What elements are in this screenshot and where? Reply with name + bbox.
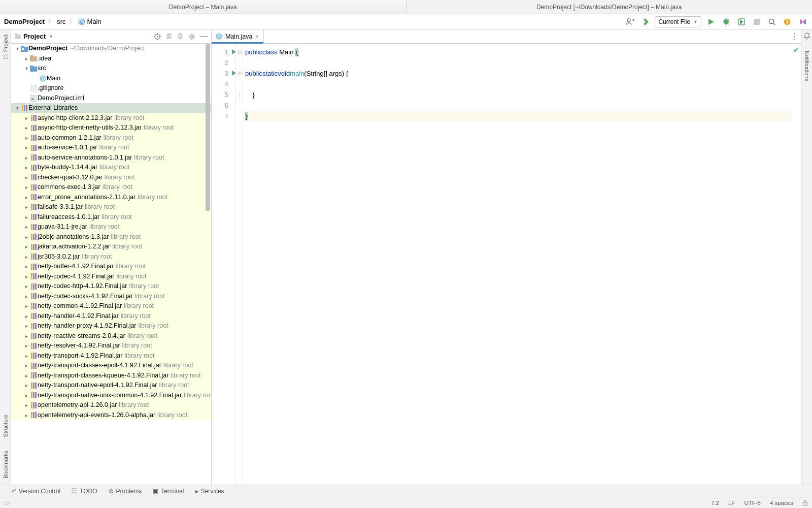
tree-row[interactable]: ▸async-http-client-2.12.3.jarlibrary roo…: [11, 113, 211, 123]
gutter-line[interactable]: 5: [212, 89, 235, 100]
notifications-bell-icon[interactable]: [803, 33, 810, 40]
editor-body[interactable]: 1 2 3 4 5 6 7 ⊟ ⊟ │ public class Main {: [212, 44, 801, 485]
tree-row[interactable]: ▸netty-transport-4.1.92.Final.jarlibrary…: [11, 351, 211, 361]
chevron-right-icon[interactable]: ▸: [23, 351, 29, 361]
breadcrumb-project[interactable]: DemoProject: [4, 18, 45, 25]
chevron-right-icon[interactable]: ▸: [23, 341, 29, 351]
chevron-right-icon[interactable]: ▸: [23, 54, 29, 64]
debug-icon[interactable]: [721, 16, 732, 27]
chevron-right-icon[interactable]: ▸: [23, 232, 29, 242]
updates-icon[interactable]: [782, 16, 793, 27]
gear-icon[interactable]: [188, 33, 195, 40]
tool-terminal[interactable]: ▣Terminal: [153, 488, 184, 495]
tree-row[interactable]: ▸commons-exec-1.3.jarlibrary root: [11, 182, 211, 193]
tree-row[interactable]: ▸netty-codec-http-4.1.92.Final.jarlibrar…: [11, 281, 211, 292]
inspection-ok-icon[interactable]: ✔: [793, 46, 799, 54]
tree-row[interactable]: ▸.idea: [11, 54, 211, 64]
chevron-right-icon[interactable]: ▸: [23, 391, 29, 400]
chevron-right-icon[interactable]: ▸: [23, 182, 29, 192]
tree-row[interactable]: ▸netty-handler-4.1.92.Final.jarlibrary r…: [11, 311, 211, 322]
scrollbar-thumb[interactable]: [206, 44, 210, 211]
editor-gutter[interactable]: 1 2 3 4 5 6 7: [212, 44, 236, 485]
tree-row[interactable]: ▸opentelemetry-api-1.26.0.jarlibrary roo…: [11, 400, 211, 410]
tree-row[interactable]: ▸netty-transport-classes-kqueue-4.1.92.F…: [11, 371, 211, 381]
minimize-icon[interactable]: —: [200, 33, 208, 40]
chevron-right-icon[interactable]: ▸: [23, 331, 29, 341]
gutter-line[interactable]: 4: [212, 79, 235, 89]
tree-row[interactable]: ▸checker-qual-3.12.0.jarlibrary root: [11, 173, 211, 183]
tool-services[interactable]: ▸Services: [195, 488, 224, 495]
chevron-right-icon[interactable]: ▸: [23, 173, 29, 182]
chevron-right-icon[interactable]: ▸: [23, 202, 29, 212]
chevron-right-icon[interactable]: ▸: [23, 163, 29, 172]
side-tab-structure[interactable]: Structure: [3, 412, 9, 439]
project-tree[interactable]: ▾DemoProject~/Downloads/DemoProject▸.ide…: [11, 44, 211, 485]
gutter-line[interactable]: 2: [212, 57, 235, 68]
coverage-icon[interactable]: [736, 16, 747, 27]
chevron-right-icon[interactable]: ▸: [23, 193, 29, 202]
tree-row[interactable]: ▸opentelemetry-api-events-1.26.0-alpha.j…: [11, 410, 211, 421]
tree-row[interactable]: ▾DemoProject~/Downloads/DemoProject: [11, 44, 211, 54]
fold-marker[interactable]: ⊟: [236, 68, 243, 79]
side-tab-bookmarks[interactable]: Bookmarks: [3, 449, 9, 481]
tree-row[interactable]: ▸netty-codec-socks-4.1.92.Final.jarlibra…: [11, 292, 211, 302]
chevron-right-icon[interactable]: ▸: [23, 123, 29, 133]
gutter-line[interactable]: 1: [212, 47, 235, 57]
fold-strip[interactable]: ⊟ ⊟ │: [236, 44, 243, 485]
editor-tab-main[interactable]: C Main.java ×: [212, 29, 264, 43]
editor-inspection-strip[interactable]: ✔: [792, 44, 801, 485]
tree-row[interactable]: ▸netty-transport-native-unix-common-4.1.…: [11, 391, 211, 401]
tree-row[interactable]: ▸jsr305-3.0.2.jarlibrary root: [11, 252, 211, 262]
close-icon[interactable]: ×: [256, 33, 259, 40]
project-panel-title[interactable]: Project ▼: [14, 33, 53, 40]
chevron-right-icon[interactable]: ▸: [23, 133, 29, 143]
chevron-right-icon[interactable]: ▸: [23, 262, 29, 271]
chevron-right-icon[interactable]: ▸: [23, 410, 29, 420]
tool-version-control[interactable]: ⎇Version Control: [9, 488, 60, 495]
tree-row[interactable]: ▾External Libraries: [11, 103, 211, 113]
tree-row[interactable]: ▸netty-transport-classes-epoll-4.1.92.Fi…: [11, 361, 211, 371]
tree-row[interactable]: ▸error_prone_annotations-2.11.0.jarlibra…: [11, 193, 211, 203]
tree-row[interactable]: ▸byte-buddy-1.14.4.jarlibrary root: [11, 163, 211, 173]
ide-settings-icon[interactable]: [797, 16, 808, 27]
tab-overflow-icon[interactable]: ⋮: [789, 29, 801, 43]
tree-row[interactable]: ▸netty-handler-proxy-4.1.92.Final.jarlib…: [11, 321, 211, 331]
status-lock-icon[interactable]: [802, 500, 808, 506]
tree-row[interactable]: ▸failureaccess-1.0.1.jarlibrary root: [11, 212, 211, 223]
stop-icon[interactable]: [751, 16, 762, 27]
chevron-right-icon[interactable]: ▸: [23, 311, 29, 321]
chevron-right-icon[interactable]: ▸: [23, 143, 29, 152]
tree-row[interactable]: ▸auto-common-1.2.1.jarlibrary root: [11, 133, 211, 143]
expand-all-icon[interactable]: [166, 33, 172, 40]
chevron-right-icon[interactable]: ▸: [23, 153, 29, 163]
tree-row[interactable]: ▾src: [11, 64, 211, 74]
chevron-right-icon[interactable]: ▸: [23, 380, 29, 390]
chevron-right-icon[interactable]: ▸: [23, 272, 29, 281]
gutter-line[interactable]: 3: [212, 68, 235, 79]
status-indent[interactable]: 4 spaces: [770, 500, 793, 506]
chevron-right-icon[interactable]: ▸: [23, 361, 29, 370]
tree-row[interactable]: ▸netty-reactive-streams-2.0.4.jarlibrary…: [11, 331, 211, 341]
fold-marker[interactable]: ⊟: [236, 47, 243, 57]
chevron-right-icon[interactable]: ▸: [23, 292, 29, 301]
status-line-ending[interactable]: LF: [728, 500, 735, 506]
chevron-right-icon[interactable]: ▸: [23, 281, 29, 291]
side-tab-notifications[interactable]: Notifications: [804, 49, 810, 83]
collapse-all-icon[interactable]: [177, 33, 183, 40]
chevron-right-icon[interactable]: ▸: [23, 113, 29, 123]
tree-row[interactable]: .gitignore: [11, 83, 211, 93]
tree-row[interactable]: ▸netty-transport-native-epoll-4.1.92.Fin…: [11, 380, 211, 391]
tree-row[interactable]: ▸netty-resolver-4.1.92.Final.jarlibrary …: [11, 341, 211, 351]
search-icon[interactable]: [766, 16, 777, 27]
chevron-right-icon[interactable]: ▸: [23, 371, 29, 380]
chevron-right-icon[interactable]: ▸: [23, 212, 29, 222]
tree-row[interactable]: ▸auto-service-annotations-1.0.1.jarlibra…: [11, 153, 211, 163]
chevron-right-icon[interactable]: ▸: [23, 222, 29, 232]
tree-row[interactable]: ▸netty-codec-4.1.92.Final.jarlibrary roo…: [11, 272, 211, 282]
tree-row[interactable]: ▸j2objc-annotations-1.3.jarlibrary root: [11, 232, 211, 242]
chevron-right-icon[interactable]: ▸: [23, 301, 29, 311]
tree-scrollbar[interactable]: [205, 44, 211, 485]
status-left-icon[interactable]: ▭: [4, 499, 10, 506]
add-user-icon[interactable]: ▾: [624, 16, 635, 27]
tree-row[interactable]: CMain: [11, 74, 211, 84]
